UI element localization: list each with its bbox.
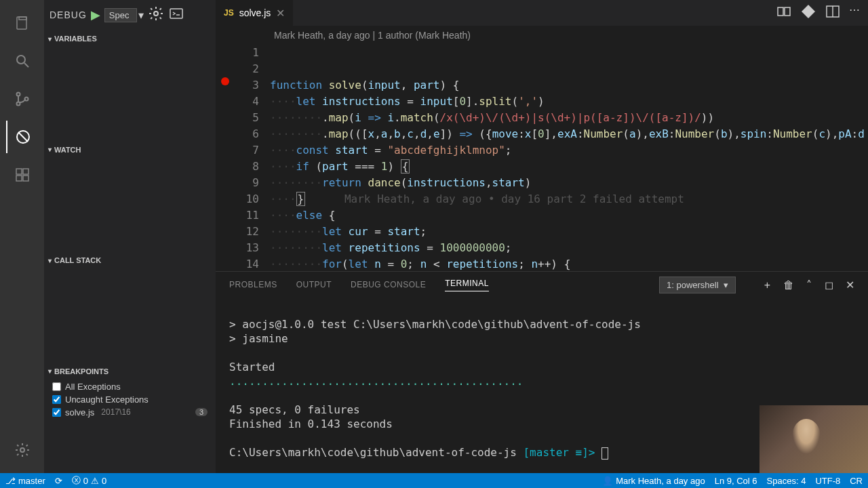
status-eol[interactable]: CR [850, 476, 863, 486]
extensions-icon[interactable] [6, 159, 39, 191]
svg-point-2 [17, 56, 25, 64]
status-branch[interactable]: ⎇ master [5, 476, 45, 486]
tab-solve-js[interactable]: JS solve.js ✕ [216, 0, 294, 26]
bp-all-exceptions[interactable]: All Exceptions [44, 380, 216, 393]
tab-bar: JS solve.js ✕ ⋯ [216, 0, 868, 26]
status-bar: ⎇ master ⟳ ⓧ 0 ⚠ 0 👤 Mark Heath, a day a… [0, 473, 868, 488]
explorer-icon[interactable] [6, 7, 39, 39]
status-blame[interactable]: 👤 Mark Heath, a day ago [602, 476, 705, 486]
svg-line-8 [18, 132, 28, 142]
git-icon[interactable] [800, 3, 816, 22]
source-control-icon[interactable] [6, 83, 39, 115]
code-content[interactable]: function solve(input, part) { ····let in… [270, 45, 865, 305]
svg-point-13 [20, 448, 24, 452]
editor-area: JS solve.js ✕ ⋯ Mark Heath, a day ago | … [216, 0, 868, 271]
debug-console-icon[interactable] [168, 5, 184, 24]
watch-body [44, 159, 216, 252]
svg-rect-16 [778, 7, 783, 16]
callstack-header[interactable]: ▾CALL STACK [44, 251, 216, 269]
breakpoints-body: All Exceptions Uncaught Exceptions solve… [44, 380, 216, 474]
watch-header[interactable]: ▾WATCH [44, 141, 216, 159]
status-sync-icon[interactable]: ⟳ [55, 476, 62, 486]
breakpoints-header[interactable]: ▾BREAKPOINTS [44, 363, 216, 380]
svg-rect-12 [23, 176, 28, 181]
code-lens[interactable]: Mark Heath, a day ago | 1 author (Mark H… [216, 26, 868, 45]
tab-problems[interactable]: PROBLEMS [229, 280, 277, 289]
svg-rect-10 [23, 169, 28, 174]
bp-file-checkbox[interactable] [52, 408, 61, 417]
variables-header[interactable]: ▾VARIABLES [44, 30, 216, 47]
status-encoding[interactable]: UTF-8 [815, 476, 840, 486]
bp-all-checkbox[interactable] [52, 382, 61, 391]
svg-rect-15 [170, 9, 182, 18]
compare-icon[interactable] [776, 3, 792, 22]
more-icon[interactable]: ⋯ [849, 3, 860, 22]
bp-uncaught-exceptions[interactable]: Uncaught Exceptions [44, 393, 216, 406]
close-tab-icon[interactable]: ✕ [276, 7, 285, 20]
svg-rect-0 [17, 17, 26, 29]
settings-gear-icon[interactable] [6, 434, 39, 466]
gutter: 1 2 3 4567891011121314 [216, 45, 270, 305]
debug-sidebar: DEBUG ▶ Spec ▾ ▾VARIABLES ▾WATCH ▾CALL S… [44, 0, 216, 473]
debug-title: DEBUG [50, 9, 87, 20]
variables-body [44, 47, 216, 141]
js-file-icon: JS [224, 8, 234, 18]
webcam-overlay [760, 405, 868, 473]
debug-icon[interactable] [6, 121, 39, 153]
kill-terminal-icon[interactable]: 🗑 [783, 279, 794, 291]
tab-terminal[interactable]: TERMINAL [445, 279, 489, 291]
debug-config-select[interactable]: Spec [104, 8, 137, 22]
svg-rect-17 [785, 7, 790, 16]
maximize-panel-icon[interactable]: ◻ [825, 279, 833, 291]
status-position[interactable]: Ln 9, Col 6 [715, 476, 757, 486]
tab-filename: solve.js [239, 7, 271, 18]
editor-actions: ⋯ [776, 3, 868, 22]
activity-bar [0, 0, 44, 473]
svg-point-14 [154, 12, 158, 16]
status-spaces[interactable]: Spaces: 4 [767, 476, 806, 486]
debug-header: DEBUG ▶ Spec ▾ [44, 0, 216, 30]
search-icon[interactable] [6, 45, 39, 77]
svg-point-5 [16, 102, 20, 106]
bp-line-badge: 3 [195, 408, 208, 416]
terminal-actions: + 🗑 ˄ ◻ ✕ [755, 279, 854, 291]
terminal-up-icon[interactable]: ˄ [806, 279, 812, 291]
code-editor[interactable]: 1 2 3 4567891011121314 function solve(in… [216, 45, 868, 305]
svg-rect-11 [16, 176, 22, 181]
svg-point-4 [16, 93, 20, 96]
terminal-cursor [601, 447, 608, 460]
svg-rect-1 [19, 17, 26, 20]
debug-settings-icon[interactable] [148, 5, 164, 24]
breakpoint-dot[interactable] [221, 77, 229, 85]
tab-output[interactable]: OUTPUT [296, 280, 332, 289]
start-debug-button[interactable]: ▶ [91, 7, 100, 22]
close-panel-icon[interactable]: ✕ [846, 279, 854, 291]
status-errors[interactable]: ⓧ 0 ⚠ 0 [72, 474, 106, 487]
tab-debug-console[interactable]: DEBUG CONSOLE [351, 280, 426, 289]
svg-line-3 [24, 63, 28, 67]
bp-file-item[interactable]: solve.js 2017\16 3 [44, 406, 216, 419]
bp-uncaught-checkbox[interactable] [52, 395, 61, 404]
callstack-body [44, 269, 216, 363]
panel-tabs: PROBLEMS OUTPUT DEBUG CONSOLE TERMINAL 1… [216, 272, 868, 298]
terminal-select[interactable]: 1: powershell ▾ [659, 277, 736, 293]
split-editor-icon[interactable] [825, 3, 841, 22]
svg-rect-9 [16, 169, 22, 174]
new-terminal-icon[interactable]: + [764, 279, 770, 291]
